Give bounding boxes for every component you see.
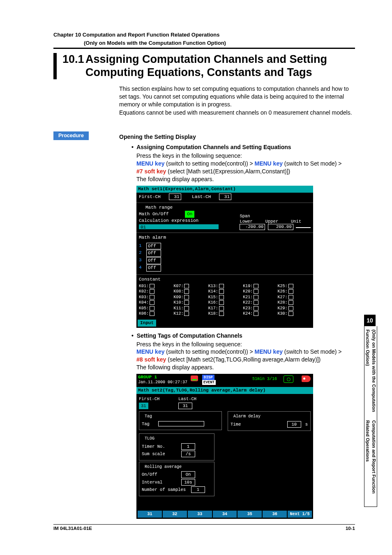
lcd1-title-bar: Math set1(Expression,Alarm,Constant) <box>136 186 313 193</box>
constant-cell[interactable]: K20: <box>243 289 276 295</box>
constant-cell[interactable]: K11: <box>173 306 206 311</box>
lcd2-softkey-row: 313233343536Next 1/5 <box>136 509 313 519</box>
lcd1-math-onoff-label: Math On/Off <box>139 212 169 216</box>
lcd2-alarm-time-value[interactable]: 10 <box>287 421 301 428</box>
softkey-7: #7 soft key <box>136 168 166 175</box>
constant-cell[interactable]: K23: <box>243 306 276 311</box>
alarm-number: 4 <box>139 265 143 272</box>
lcd2-first-ch-value[interactable]: 31 <box>139 403 148 409</box>
lcd1-input-label[interactable]: Input <box>138 320 156 327</box>
constant-cell[interactable]: K28: <box>278 300 311 306</box>
lcd2-tag-field[interactable] <box>158 421 204 426</box>
lcd1-lower-value[interactable]: -200.00 <box>240 224 265 230</box>
footer-left: IM 04L31A01-01E <box>53 525 92 532</box>
constant-cell[interactable]: K07: <box>173 283 206 289</box>
constant-cell[interactable]: K25: <box>278 283 311 289</box>
keylock-icon <box>302 375 311 382</box>
lcd1-constant-grid: K01:K07:K13:K19:K25:K02:K08:K14:K20:K26:… <box>136 283 313 318</box>
lcd2-sum-value[interactable]: /s <box>181 451 195 457</box>
menu-key-4: MENU key <box>255 348 283 355</box>
softkey-35[interactable]: 35 <box>238 511 262 518</box>
lcd1-math-onoff-value[interactable]: On <box>185 211 194 218</box>
opening-heading: Opening the Setting Display <box>119 133 355 141</box>
stop-icon <box>191 375 198 381</box>
lcd1-upper-label: Upper <box>265 219 288 224</box>
lcd2-roll-onoff-value[interactable]: On <box>181 471 195 478</box>
softkey-33[interactable]: 33 <box>188 511 212 518</box>
constant-cell[interactable]: K17: <box>208 306 241 311</box>
lcd2-math-set2: GROUP 1 Jan.11.2000 00:27:37 DISP EVENT … <box>136 374 313 519</box>
bullet-tags: • Setting Tags of Computation Channels <box>127 332 355 340</box>
record-icon <box>284 375 293 383</box>
footer-right: 10-1 <box>346 525 355 532</box>
lcd2-tlog-fieldset: TLOG Timer No. 1 Sum scale /s <box>139 433 214 461</box>
bullet2-text2: The following display appears. <box>136 364 355 371</box>
constant-cell[interactable]: K21: <box>243 295 276 300</box>
constant-cell[interactable]: K29: <box>278 306 311 311</box>
constant-cell[interactable]: K03: <box>139 295 172 300</box>
lcd1-unit-label: Unit <box>291 219 301 224</box>
menu-key-1: MENU key <box>136 160 164 167</box>
lcd1-span-label: Span <box>240 214 250 219</box>
event-button[interactable]: EVENT <box>202 380 216 385</box>
lcd1-first-ch-value[interactable]: 31 <box>169 193 181 200</box>
lcd1-calc-field[interactable]: 01 <box>139 224 219 229</box>
lcd2-roll-interval-value[interactable]: 10s <box>181 479 195 486</box>
lcd2-roll-onoff-label: On/Off <box>142 472 177 477</box>
lcd2-alarm-delay-fieldset: Alarm delay Time 10 s <box>228 411 311 431</box>
constant-cell[interactable]: K19: <box>243 283 276 289</box>
alarm-state[interactable]: Off <box>146 243 161 250</box>
lcd1-math-alarm-label: Math alarm <box>139 235 311 241</box>
lcd2-alarm-time-label: Time <box>231 421 247 427</box>
alarm-state[interactable]: Off <box>146 250 161 257</box>
constant-cell[interactable]: K24: <box>243 311 276 317</box>
constant-cell[interactable]: K02: <box>139 289 172 295</box>
constant-cell[interactable]: K06: <box>139 311 172 317</box>
constant-cell[interactable]: K14: <box>208 289 241 295</box>
constant-cell[interactable]: K27: <box>278 295 311 300</box>
constant-cell[interactable]: K01: <box>139 283 172 289</box>
alarm-state[interactable]: Off <box>146 265 161 272</box>
softkey-next[interactable]: Next 1/5 <box>288 511 312 518</box>
softkey-8: #8 soft key <box>136 356 166 363</box>
constant-cell[interactable]: K16: <box>208 300 241 306</box>
constant-cell[interactable]: K05: <box>139 306 172 311</box>
constant-cell[interactable]: K30: <box>278 311 311 317</box>
page-footer: IM 04L31A01-01E 10-1 <box>53 524 355 532</box>
lcd1-last-ch-label: Last-CH <box>192 194 211 199</box>
bullet-assigning: • Assigning Computation Channels and Set… <box>127 143 355 151</box>
constant-cell[interactable]: K26: <box>278 289 311 295</box>
constant-cell[interactable]: K09: <box>173 295 206 300</box>
bullet1-text2: The following display appears. <box>136 175 355 183</box>
lcd2-timer-label: Timer No. <box>142 444 177 449</box>
constant-cell[interactable]: K13: <box>208 283 241 289</box>
constant-cell[interactable]: K12: <box>173 311 206 317</box>
side-tab: 10 (Only on Models with the Computation … <box>364 315 376 506</box>
softkey-36[interactable]: 36 <box>263 511 287 518</box>
constant-cell[interactable]: K18: <box>208 311 241 317</box>
lcd2-last-ch-value[interactable]: 31 <box>178 403 192 409</box>
lcd2-timer-value[interactable]: 1 <box>181 443 195 450</box>
softkey-31[interactable]: 31 <box>138 511 162 518</box>
lcd1-unit-value[interactable] <box>296 227 311 228</box>
constant-cell[interactable]: K22: <box>243 300 276 306</box>
lcd1-first-ch-label: First-CH <box>139 194 161 199</box>
constant-cell[interactable]: K04: <box>139 300 172 306</box>
lcd1-upper-value[interactable]: 200.00 <box>268 224 293 230</box>
bullet1-sequence: MENU key (switch to setting mode(control… <box>136 160 355 175</box>
side-tab-number: 10 <box>364 315 376 326</box>
lcd2-roll-samples-label: Number of samples <box>142 487 187 493</box>
softkey-32[interactable]: 32 <box>163 511 187 518</box>
lcd1-math-range-label: Math range <box>145 205 311 211</box>
lcd2-roll-samples-value[interactable]: 1 <box>191 486 205 493</box>
lcd1-lower-label: Lower <box>240 219 263 224</box>
alarm-state[interactable]: Off <box>146 257 161 264</box>
lcd2-last-ch-label: Last-CH <box>178 396 214 402</box>
constant-cell[interactable]: K10: <box>173 300 206 306</box>
softkey-34[interactable]: 34 <box>213 511 237 518</box>
section-title-block: 10.1Assigning Computation Channels and S… <box>53 53 355 79</box>
lcd1-last-ch-value[interactable]: 31 <box>219 193 231 200</box>
constant-cell[interactable]: K08: <box>173 289 206 295</box>
alarm-number: 2 <box>139 250 143 257</box>
constant-cell[interactable]: K15: <box>208 295 241 300</box>
